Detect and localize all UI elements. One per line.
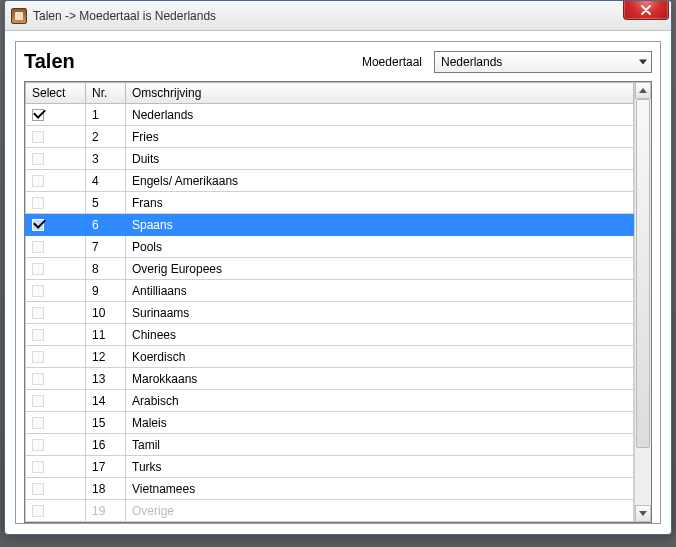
cell-omschrijving: Engels/ Amerikaans xyxy=(126,170,634,192)
cell-select[interactable] xyxy=(26,280,86,302)
table-row[interactable]: 3Duits xyxy=(26,148,634,170)
page-title: Talen xyxy=(24,50,75,73)
cell-nr: 1 xyxy=(86,104,126,126)
cell-nr: 18 xyxy=(86,478,126,500)
cell-select[interactable] xyxy=(26,302,86,324)
table-row[interactable]: 9Antilliaans xyxy=(26,280,634,302)
checkbox[interactable] xyxy=(32,505,44,517)
cell-nr: 13 xyxy=(86,368,126,390)
cell-select[interactable] xyxy=(26,412,86,434)
table-row[interactable]: 6Spaans xyxy=(26,214,634,236)
close-icon xyxy=(641,5,651,15)
table-row[interactable]: 15Maleis xyxy=(26,412,634,434)
cell-select[interactable] xyxy=(26,192,86,214)
cell-omschrijving: Turks xyxy=(126,456,634,478)
cell-select[interactable] xyxy=(26,170,86,192)
cell-nr: 7 xyxy=(86,236,126,258)
cell-nr: 10 xyxy=(86,302,126,324)
app-window: Talen -> Moedertaal is Nederlands Talen … xyxy=(4,0,672,535)
checkbox[interactable] xyxy=(32,285,44,297)
table-row[interactable]: 18Vietnamees xyxy=(26,478,634,500)
checkbox[interactable] xyxy=(32,197,44,209)
table-row[interactable]: 1Nederlands xyxy=(26,104,634,126)
cell-select[interactable] xyxy=(26,126,86,148)
checkbox[interactable] xyxy=(32,109,44,121)
checkbox[interactable] xyxy=(32,263,44,275)
table-row[interactable]: 14Arabisch xyxy=(26,390,634,412)
cell-nr: 17 xyxy=(86,456,126,478)
cell-nr: 4 xyxy=(86,170,126,192)
checkbox[interactable] xyxy=(32,153,44,165)
table-row[interactable]: 4Engels/ Amerikaans xyxy=(26,170,634,192)
table-row[interactable]: 19Overige xyxy=(26,500,634,522)
checkbox[interactable] xyxy=(32,351,44,363)
app-icon xyxy=(11,8,27,24)
cell-omschrijving: Spaans xyxy=(126,214,634,236)
top-row: Talen Moedertaal Nederlands xyxy=(24,50,652,73)
table-row[interactable]: 10Surinaams xyxy=(26,302,634,324)
chevron-up-icon xyxy=(639,88,647,93)
cell-omschrijving: Fries xyxy=(126,126,634,148)
col-header-omschrijving[interactable]: Omschrijving xyxy=(126,83,634,104)
col-header-select[interactable]: Select xyxy=(26,83,86,104)
cell-select[interactable] xyxy=(26,148,86,170)
col-header-nr[interactable]: Nr. xyxy=(86,83,126,104)
cell-select[interactable] xyxy=(26,500,86,522)
table-row[interactable]: 16Tamil xyxy=(26,434,634,456)
checkbox[interactable] xyxy=(32,483,44,495)
checkbox[interactable] xyxy=(32,417,44,429)
cell-select[interactable] xyxy=(26,214,86,236)
table-area: Select Nr. Omschrijving 1Nederlands2Frie… xyxy=(25,82,634,522)
cell-select[interactable] xyxy=(26,368,86,390)
table-header-row: Select Nr. Omschrijving xyxy=(26,83,634,104)
cell-select[interactable] xyxy=(26,236,86,258)
checkbox[interactable] xyxy=(32,241,44,253)
table-body: 1Nederlands2Fries3Duits4Engels/ Amerikaa… xyxy=(26,104,634,522)
window-title: Talen -> Moedertaal is Nederlands xyxy=(33,9,216,23)
moedertaal-dropdown[interactable]: Nederlands xyxy=(434,51,652,73)
checkbox[interactable] xyxy=(32,307,44,319)
cell-omschrijving: Arabisch xyxy=(126,390,634,412)
cell-select[interactable] xyxy=(26,434,86,456)
table-row[interactable]: 17Turks xyxy=(26,456,634,478)
vertical-scrollbar[interactable] xyxy=(634,82,651,522)
cell-nr: 6 xyxy=(86,214,126,236)
checkbox[interactable] xyxy=(32,439,44,451)
titlebar[interactable]: Talen -> Moedertaal is Nederlands xyxy=(5,1,671,31)
checkbox[interactable] xyxy=(32,395,44,407)
cell-omschrijving: Maleis xyxy=(126,412,634,434)
table-row[interactable]: 2Fries xyxy=(26,126,634,148)
checkbox[interactable] xyxy=(32,373,44,385)
cell-select[interactable] xyxy=(26,346,86,368)
close-button[interactable] xyxy=(623,0,669,20)
table-row[interactable]: 5Frans xyxy=(26,192,634,214)
table-row[interactable]: 8Overig Europees xyxy=(26,258,634,280)
checkbox[interactable] xyxy=(32,219,44,231)
table-row[interactable]: 11Chinees xyxy=(26,324,634,346)
cell-omschrijving: Surinaams xyxy=(126,302,634,324)
scroll-down-button[interactable] xyxy=(635,505,651,522)
checkbox[interactable] xyxy=(32,329,44,341)
checkbox[interactable] xyxy=(32,131,44,143)
cell-nr: 19 xyxy=(86,500,126,522)
table-row[interactable]: 12Koerdisch xyxy=(26,346,634,368)
table-row[interactable]: 13Marokkaans xyxy=(26,368,634,390)
scroll-track[interactable] xyxy=(635,99,651,505)
cell-nr: 14 xyxy=(86,390,126,412)
table-row[interactable]: 7Pools xyxy=(26,236,634,258)
moedertaal-label: Moedertaal xyxy=(362,55,422,69)
checkbox[interactable] xyxy=(32,175,44,187)
cell-select[interactable] xyxy=(26,456,86,478)
cell-select[interactable] xyxy=(26,478,86,500)
cell-select[interactable] xyxy=(26,324,86,346)
cell-omschrijving: Nederlands xyxy=(126,104,634,126)
cell-select[interactable] xyxy=(26,104,86,126)
cell-select[interactable] xyxy=(26,390,86,412)
checkbox[interactable] xyxy=(32,461,44,473)
scroll-up-button[interactable] xyxy=(635,82,651,99)
scroll-thumb[interactable] xyxy=(636,99,650,448)
cell-select[interactable] xyxy=(26,258,86,280)
chevron-down-icon xyxy=(639,59,647,64)
cell-omschrijving: Antilliaans xyxy=(126,280,634,302)
cell-omschrijving: Chinees xyxy=(126,324,634,346)
